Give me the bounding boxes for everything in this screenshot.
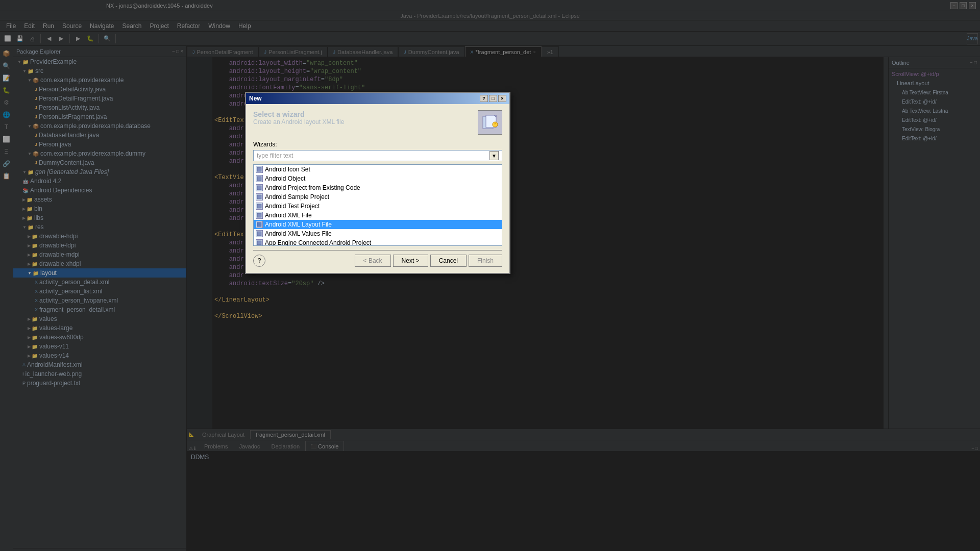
svg-rect-11 — [257, 222, 261, 227]
svg-rect-10 — [257, 213, 261, 217]
dialog-header-text: Select a wizard Create an Android layout… — [253, 110, 344, 126]
dialog-header-title: Select a wizard — [253, 110, 344, 118]
dialog-body: Select a wizard Create an Android layout… — [246, 104, 509, 273]
wizard-item-icon-xmlvalues — [256, 230, 263, 237]
wizard-item-xmlfile[interactable]: Android XML File — [254, 211, 502, 220]
wizard-filter-input[interactable] — [257, 152, 489, 159]
wizard-item-xmlfile-label: Android XML File — [265, 212, 312, 219]
dialog-next-btn[interactable]: Next > — [393, 255, 428, 267]
wizard-item-object-label: Android Object — [265, 175, 305, 182]
wizard-list: Android Icon Set Android Object Android … — [253, 164, 502, 246]
svg-rect-8 — [257, 195, 261, 199]
wizard-item-iconset[interactable]: Android Icon Set — [254, 165, 502, 174]
wizard-item-xmllayout-label: Android XML Layout File — [265, 221, 332, 228]
wizard-item-icon-object — [256, 175, 263, 182]
svg-rect-7 — [257, 186, 261, 190]
dialog-help-btn[interactable]: ? — [253, 255, 265, 267]
svg-rect-13 — [257, 241, 261, 245]
wizard-item-icon-test — [256, 203, 263, 210]
wizard-item-test-label: Android Test Project — [265, 203, 320, 210]
svg-rect-9 — [257, 204, 261, 208]
new-wizard-dialog: New ? □ × Select a wizard Create an Andr… — [245, 92, 510, 274]
wizard-item-test[interactable]: Android Test Project — [254, 202, 502, 211]
dialog-finish-btn[interactable]: Finish — [469, 255, 502, 267]
wizard-filter-btn[interactable]: ▼ — [489, 151, 499, 160]
wizard-item-sample[interactable]: Android Sample Project — [254, 192, 502, 202]
wizard-item-icon-existing — [256, 184, 263, 191]
wizard-item-xmlvalues[interactable]: Android XML Values File — [254, 229, 502, 238]
wizard-item-object[interactable]: Android Object — [254, 174, 502, 183]
wizard-item-xmlvalues-label: Android XML Values File — [265, 230, 332, 237]
svg-rect-5 — [257, 167, 261, 171]
wizard-item-iconset-label: Android Icon Set — [265, 166, 310, 173]
dialog-restore-btn[interactable]: □ — [489, 95, 497, 102]
wizard-item-existing[interactable]: Android Project from Existing Code — [254, 183, 502, 192]
wizard-item-icon-xmlfile — [256, 212, 263, 219]
wizard-item-sample-label: Android Sample Project — [265, 193, 329, 201]
dialog-header-desc: Create an Android layout XML file — [253, 118, 344, 126]
dialog-title-controls: ? □ × — [480, 95, 506, 102]
dialog-header: Select a wizard Create an Android layout… — [253, 110, 502, 135]
dialog-footer: ? < Back Next > Cancel Finish — [253, 250, 502, 267]
dialog-wizard-icon — [478, 110, 502, 135]
dialog-title-bar: New ? □ × — [246, 93, 509, 104]
dialog-buttons: < Back Next > Cancel Finish — [355, 255, 502, 267]
wizard-filter-container[interactable]: ▼ — [253, 150, 502, 161]
dialog-back-btn[interactable]: < Back — [355, 255, 391, 267]
dialog-close-btn[interactable]: × — [498, 95, 506, 102]
wizard-item-xmllayout[interactable]: Android XML Layout File — [254, 220, 502, 229]
dialog-cancel-btn[interactable]: Cancel — [430, 255, 467, 267]
wizard-item-existing-label: Android Project from Existing Code — [265, 184, 360, 191]
dialog-title: New — [249, 95, 262, 102]
dialog-wizards-label: Wizards: — [253, 141, 502, 148]
wizard-item-icon-appengine — [256, 239, 263, 246]
wizard-item-appengine-label: App Engine Connected Android Project — [265, 239, 371, 246]
wizard-item-icon-iconset — [256, 166, 263, 173]
wizard-item-appengine[interactable]: App Engine Connected Android Project — [254, 238, 502, 246]
dialog-minimize-btn[interactable]: ? — [480, 95, 488, 102]
modal-overlay: New ? □ × Select a wizard Create an Andr… — [0, 0, 980, 551]
svg-rect-12 — [257, 232, 261, 236]
wizard-item-icon-sample — [256, 193, 263, 201]
svg-rect-6 — [257, 177, 261, 181]
wizard-item-icon-xmllayout — [256, 221, 263, 228]
